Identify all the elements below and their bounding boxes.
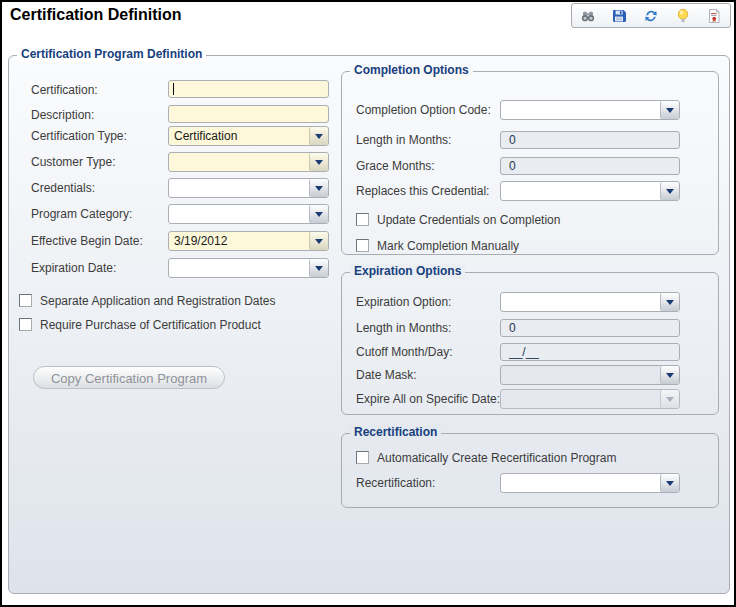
certification-definition-window: Certification Definition	[0, 0, 736, 607]
dropdown-button[interactable]	[660, 293, 679, 311]
credentials-label: Credentials:	[31, 178, 95, 198]
certification-label: Certification:	[31, 80, 98, 100]
recertification-group: Recertification Automatically Create Rec…	[341, 433, 719, 508]
chevron-down-icon	[666, 108, 674, 113]
grace-months-label: Grace Months:	[356, 156, 435, 176]
grace-months-field: 0	[500, 157, 680, 175]
date-mask-value	[501, 366, 660, 384]
cutoff-month-day-label: Cutoff Month/Day:	[356, 342, 453, 362]
separate-dates-checkbox-label: Separate Application and Registration Da…	[40, 294, 275, 308]
completion-option-code-value	[501, 101, 660, 119]
expire-all-on-date-label: Expire All on Specific Date:	[356, 389, 500, 409]
completion-length-field: 0	[500, 131, 680, 149]
program-category-value	[169, 205, 309, 223]
chevron-down-icon	[666, 189, 674, 194]
certification-input[interactable]	[168, 80, 329, 98]
credentials-value	[169, 179, 309, 197]
expiration-options-title: Expiration Options	[350, 264, 465, 279]
text-cursor	[173, 83, 174, 95]
update-credentials-checkbox[interactable]	[356, 213, 369, 226]
dropdown-button[interactable]	[309, 232, 328, 250]
page-title: Certification Definition	[10, 6, 182, 24]
dropdown-button[interactable]	[309, 205, 328, 223]
expiration-date-dropdown[interactable]	[168, 258, 329, 278]
expiration-option-label: Expiration Option:	[356, 292, 451, 312]
update-credentials-checkbox-label: Update Credentials on Completion	[377, 213, 560, 227]
replaces-credential-value	[501, 182, 660, 200]
refresh-button[interactable]	[642, 7, 660, 25]
effective-begin-date-value: 3/19/2012	[169, 232, 309, 250]
toolbar	[571, 3, 731, 28]
dropdown-button[interactable]	[309, 259, 328, 277]
dropdown-button[interactable]	[660, 101, 679, 119]
certification-type-value: Certification	[169, 127, 309, 145]
customer-type-dropdown[interactable]	[168, 152, 329, 172]
recertification-label: Recertification:	[356, 473, 435, 493]
chevron-down-icon	[315, 186, 323, 191]
copy-certification-program-button[interactable]: Copy Certification Program	[33, 366, 225, 389]
replaces-credential-label: Replaces this Credential:	[356, 181, 489, 201]
auto-create-recertification-checkbox-label: Automatically Create Recertification Pro…	[377, 451, 616, 465]
program-category-label: Program Category:	[31, 204, 132, 224]
group-title: Certification Program Definition	[17, 47, 206, 62]
chevron-down-icon	[666, 300, 674, 305]
dropdown-button[interactable]	[309, 153, 328, 171]
date-mask-label: Date Mask:	[356, 365, 417, 385]
tip-button[interactable]	[674, 7, 692, 25]
chevron-down-icon	[315, 134, 323, 139]
credentials-dropdown[interactable]	[168, 178, 329, 198]
expiration-option-dropdown[interactable]	[500, 292, 680, 312]
recertification-value	[501, 474, 660, 492]
mark-completion-checkbox[interactable]	[356, 239, 369, 252]
replaces-credential-dropdown[interactable]	[500, 181, 680, 201]
save-button[interactable]	[610, 7, 628, 25]
dropdown-button[interactable]	[660, 366, 679, 384]
certification-type-dropdown[interactable]: Certification	[168, 126, 329, 146]
require-purchase-checkbox[interactable]	[19, 318, 32, 331]
separate-dates-checkbox[interactable]	[19, 294, 32, 307]
expiration-length-label: Length in Months:	[356, 318, 451, 338]
completion-option-code-dropdown[interactable]	[500, 100, 680, 120]
program-category-dropdown[interactable]	[168, 204, 329, 224]
dropdown-button[interactable]	[309, 179, 328, 197]
save-icon	[611, 8, 627, 24]
recertification-dropdown[interactable]	[500, 473, 680, 493]
refresh-icon	[643, 8, 659, 24]
customer-type-label: Customer Type:	[31, 152, 115, 172]
expiration-date-label: Expiration Date:	[31, 258, 116, 278]
expiration-length-field: 0	[500, 319, 680, 337]
mark-completion-checkbox-label: Mark Completion Manually	[377, 239, 519, 253]
report-document-icon	[706, 8, 722, 24]
dropdown-button[interactable]	[309, 127, 328, 145]
chevron-down-icon	[666, 373, 674, 378]
chevron-down-icon	[666, 397, 674, 402]
expiration-options-group: Expiration Options Expiration Option: Le…	[341, 272, 719, 415]
require-purchase-checkbox-label: Require Purchase of Certification Produc…	[40, 318, 261, 332]
chevron-down-icon	[315, 266, 323, 271]
report-button[interactable]	[705, 7, 723, 25]
expiration-option-value	[501, 293, 660, 311]
completion-options-group: Completion Options Completion Option Cod…	[341, 71, 719, 255]
completion-options-title: Completion Options	[350, 63, 473, 78]
expire-all-on-date-dropdown	[500, 389, 680, 409]
recertification-title: Recertification	[350, 425, 441, 440]
completion-length-label: Length in Months:	[356, 130, 451, 150]
customer-type-value	[169, 153, 309, 171]
dropdown-button[interactable]	[660, 474, 679, 492]
dropdown-button[interactable]	[660, 182, 679, 200]
auto-create-recertification-checkbox[interactable]	[356, 451, 369, 464]
completion-option-code-label: Completion Option Code:	[356, 100, 491, 120]
lightbulb-icon	[675, 8, 691, 24]
chevron-down-icon	[315, 239, 323, 244]
effective-begin-date-dropdown[interactable]: 3/19/2012	[168, 231, 329, 251]
chevron-down-icon	[315, 160, 323, 165]
cutoff-month-day-field: __/__	[500, 343, 680, 361]
find-button[interactable]	[579, 7, 597, 25]
certification-program-definition-group: Certification Program Definition Certifi…	[8, 55, 730, 594]
binoculars-icon	[580, 8, 596, 24]
description-input[interactable]	[168, 105, 329, 123]
expire-all-on-date-value	[501, 390, 660, 408]
date-mask-dropdown[interactable]	[500, 365, 680, 385]
certification-type-label: Certification Type:	[31, 126, 127, 146]
description-label: Description:	[31, 105, 94, 125]
